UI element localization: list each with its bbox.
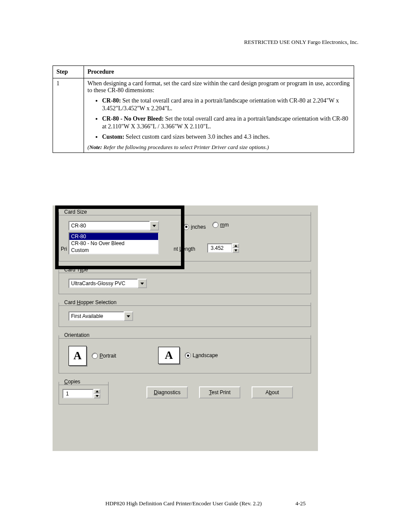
unit-inches-radio[interactable]: iinchesnches	[183, 224, 206, 230]
print-length-stepper[interactable]: 3.452	[207, 243, 239, 253]
stepper-down-icon[interactable]	[232, 248, 239, 253]
portrait-radio[interactable]: Portrait	[92, 353, 116, 359]
bullet-list: CR-80: Set the total overall card area i…	[87, 97, 350, 141]
copies-legend: Copies	[63, 379, 81, 385]
page-footer: HDP820 High Definition Card Printer/Enco…	[0, 500, 411, 507]
card-type-dropdown[interactable]: UltraCards-Glossy PVC	[68, 279, 147, 288]
procedure-table: Step Procedure 1 When designing a card f…	[53, 65, 354, 153]
chevron-down-icon[interactable]	[137, 279, 147, 288]
test-print-button[interactable]: Test Print	[199, 386, 240, 398]
landscape-radio[interactable]: Landscape	[185, 352, 218, 358]
page-header: RESTRICTED USE ONLY Fargo Electronics, I…	[0, 39, 411, 46]
stepper-up-icon[interactable]	[93, 389, 100, 394]
list-item: Custom: Select custom card sizes between…	[102, 133, 350, 141]
col-step: Step	[56, 68, 68, 75]
procedure-note: (Note: Refer the following procedures to…	[87, 144, 350, 151]
about-button[interactable]: About	[252, 386, 293, 398]
card-type-group: Card Type UltraCards-Glossy PVC	[59, 267, 311, 294]
col-procedure: Procedure	[87, 68, 114, 75]
list-item: CR-80: Set the total overall card area i…	[102, 97, 350, 112]
chevron-down-icon[interactable]	[124, 311, 133, 321]
card-hopper-group: Card Hopper Selection First Available	[59, 299, 311, 327]
printer-options-panel: Card Size CR-80 iinchesnches mm CR-80 CR…	[53, 205, 318, 451]
card-hopper-legend: Card Hopper Selection	[63, 299, 117, 305]
unit-mm-radio[interactable]: mm	[212, 222, 229, 228]
card-hopper-dropdown[interactable]: First Available	[68, 311, 133, 321]
diagnostics-button[interactable]: Diagnostics	[146, 386, 188, 398]
copies-group: Copies 1	[59, 379, 109, 404]
portrait-icon: A	[68, 346, 87, 366]
step-cell: 1	[53, 78, 84, 153]
stepper-up-icon[interactable]	[232, 243, 239, 248]
list-item: CR-80 - No Over Bleed: Set the total ove…	[102, 115, 350, 130]
copies-stepper[interactable]: 1	[62, 389, 100, 398]
orientation-legend: Orientation	[63, 332, 90, 338]
landscape-icon: A	[158, 347, 180, 364]
stepper-down-icon[interactable]	[93, 394, 100, 398]
orientation-group: Orientation A Portrait A Landscape	[59, 332, 311, 373]
card-type-legend: Card Type	[63, 267, 89, 273]
highlight-frame	[55, 205, 184, 269]
procedure-intro: When designing a card format, set the ca…	[87, 80, 350, 94]
